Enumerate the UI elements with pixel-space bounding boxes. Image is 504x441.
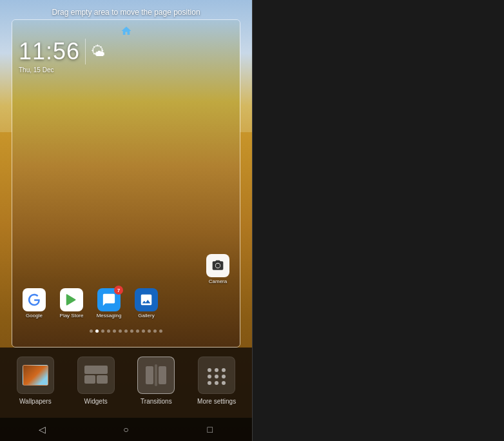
more-settings-label: More settings (197, 398, 236, 405)
messaging-label: Messaging (97, 313, 122, 318)
playstore-app[interactable]: Play Store (56, 288, 87, 318)
messaging-icon-img: 7 (97, 288, 121, 311)
home-icon-bar (12, 25, 240, 37)
app-row-top: Camera (19, 254, 233, 284)
dot-10 (142, 329, 145, 333)
wallpapers-icon (23, 365, 48, 386)
dot-11 (148, 329, 151, 333)
dot-5 (113, 329, 116, 333)
trans-bar-2 (159, 366, 166, 384)
home-icon (121, 25, 132, 37)
widgets-label: Widgets (84, 398, 108, 405)
camera-app[interactable]: Camera (202, 254, 233, 284)
wallpapers-icon-box (17, 357, 54, 394)
left-panel: Drag empty area to move the page positio… (0, 0, 252, 441)
svg-point-0 (216, 264, 220, 268)
nav-bar-left: ◁ ○ □ (0, 418, 252, 441)
nav-back-left[interactable]: ◁ (32, 420, 52, 439)
google-app[interactable]: Google (19, 288, 50, 318)
playstore-label: Play Store (60, 313, 84, 318)
camera-icon-img (206, 254, 229, 277)
clock-date: Thu, 15 Dec (19, 66, 53, 74)
toolbar-items-left: Wallpapers Widgets Trans (0, 348, 252, 410)
camera-label: Camera (209, 279, 227, 284)
dot-4 (107, 329, 110, 333)
dot-13 (159, 329, 162, 333)
nav-home-left[interactable]: ○ (116, 420, 135, 439)
clock-time: 11:56 (19, 38, 80, 65)
dot-9 (136, 329, 139, 333)
dot-8 (130, 329, 133, 333)
google-icon-img (23, 288, 46, 311)
transitions-icon-box (137, 357, 175, 394)
clock-divider (85, 39, 86, 64)
gallery-app[interactable]: Gallery (131, 288, 162, 318)
more-settings-icon (207, 368, 226, 382)
gallery-label: Gallery (138, 313, 154, 318)
transitions-label: Transitions (141, 398, 172, 405)
toolbar-wallpapers[interactable]: Wallpapers (14, 357, 57, 405)
phone-preview-left: 11:56 🌤 Thu, 15 Dec Camera G (12, 19, 240, 348)
bottom-toolbar-left: Wallpapers Widgets Trans (0, 348, 252, 441)
toolbar-more-settings[interactable]: More settings (195, 357, 238, 405)
clock-widget: 11:56 🌤 (19, 38, 233, 65)
gallery-icon-img (135, 288, 158, 311)
dot-6 (119, 329, 122, 333)
trans-bar-mid (155, 364, 157, 386)
dot-3 (101, 329, 104, 333)
more-settings-icon-box (198, 357, 235, 394)
playstore-icon-img (60, 288, 83, 311)
messaging-badge: 7 (114, 286, 123, 295)
transitions-icon (146, 364, 166, 386)
panel-divider (252, 0, 253, 441)
widgets-icon (84, 366, 108, 385)
google-label: Google (26, 313, 43, 318)
dot-7 (124, 329, 128, 333)
dot-12 (153, 329, 157, 333)
toolbar-transitions[interactable]: Transitions (134, 357, 178, 405)
widgets-icon-box (77, 357, 115, 394)
dot-indicators (12, 329, 240, 333)
dot-2 (95, 329, 99, 333)
app-grid: Camera Google Play Store (19, 254, 233, 322)
dot-1 (90, 329, 93, 333)
top-hint-left: Drag empty area to move the page positio… (0, 8, 252, 17)
nav-recents-left[interactable]: □ (200, 420, 220, 439)
trans-bar-1 (146, 366, 153, 384)
weather-icon: 🌤 (91, 43, 105, 60)
app-row-bottom: Google Play Store 7 Messaging (19, 288, 233, 318)
wallpapers-label: Wallpapers (19, 398, 52, 405)
toolbar-widgets[interactable]: Widgets (74, 357, 118, 405)
messaging-app[interactable]: 7 Messaging (93, 288, 124, 318)
